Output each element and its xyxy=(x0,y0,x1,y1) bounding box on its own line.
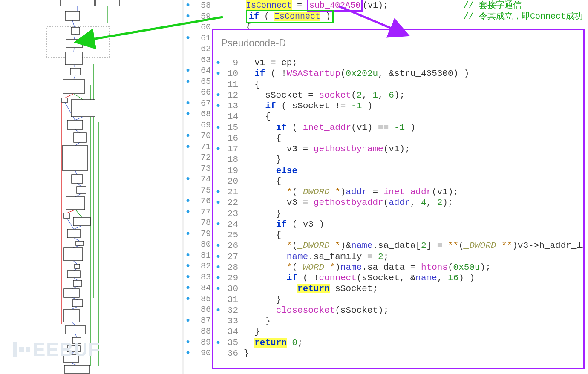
breakpoint-dot-icon[interactable]: ● xyxy=(184,315,192,326)
graph-overview[interactable]: EEBUF xyxy=(0,0,182,374)
gutter-row[interactable]: ●30 xyxy=(213,283,241,294)
breakpoint-dot-icon[interactable]: ● xyxy=(184,337,192,348)
gutter-row[interactable]: 33 xyxy=(213,316,241,326)
svg-rect-53 xyxy=(66,197,85,210)
breakpoint-dot-icon[interactable]: ● xyxy=(213,273,223,283)
pseudocode-d-window[interactable]: Pseudocode-D ●9●1011●12●1314●1516●171819… xyxy=(212,29,585,369)
code-row[interactable]: return 0; xyxy=(244,337,583,348)
code-row[interactable]: *(_DWORD *)&name.sa_data[2] = **(_DWORD … xyxy=(244,240,583,251)
code-row[interactable]: { xyxy=(244,133,583,144)
code-row[interactable]: *(_DWORD *)addr = inet_addr(v1); xyxy=(244,187,583,197)
gutter-row[interactable]: 20 xyxy=(213,176,241,187)
breakpoint-dot-icon[interactable]: ● xyxy=(184,65,192,76)
code-row[interactable]: v3 = gethostbyaddr(addr, 4, 2); xyxy=(244,197,583,208)
code-row[interactable]: v1 = cp; xyxy=(244,58,583,68)
code-row[interactable]: } xyxy=(244,154,583,165)
code-row[interactable]: if ( inet_addr(v1) == -1 ) xyxy=(244,122,583,133)
code-row[interactable]: v3 = gethostbyname(v1); xyxy=(244,144,583,154)
code-row[interactable]: } xyxy=(244,294,583,305)
breakpoint-dot-icon[interactable]: ● xyxy=(184,11,192,22)
gutter-row[interactable]: 11 xyxy=(213,79,241,90)
code-row[interactable]: if ( sSocket != -1 ) xyxy=(244,101,583,111)
breakpoint-dot-icon[interactable]: ● xyxy=(184,261,192,272)
breakpoint-dot-icon[interactable]: ● xyxy=(184,207,192,218)
code-row[interactable]: if ( !WSAStartup(0x202u, &stru_435300) ) xyxy=(244,68,583,79)
gutter-row[interactable]: ●35 xyxy=(213,337,241,348)
gutter-row[interactable]: ●15 xyxy=(213,122,241,133)
breakpoint-dot-icon[interactable]: ● xyxy=(184,130,192,141)
code-row[interactable]: closesocket(sSocket); xyxy=(244,305,583,316)
code-row[interactable]: { xyxy=(244,79,583,90)
gutter-row[interactable]: 19 xyxy=(213,165,241,176)
gutter-row[interactable]: ●17 xyxy=(213,144,241,154)
code-row[interactable]: sSocket = socket(2, 1, 6); xyxy=(244,90,583,101)
breakpoint-dot-icon[interactable]: ● xyxy=(213,219,223,230)
breakpoint-dot-icon[interactable]: ● xyxy=(213,251,223,262)
code-row[interactable]: { xyxy=(244,176,583,187)
breakpoint-dot-icon[interactable]: ● xyxy=(213,122,223,133)
gutter-row[interactable]: 31 xyxy=(213,294,241,305)
breakpoint-dot-icon[interactable]: ● xyxy=(184,196,192,207)
breakpoint-dot-icon[interactable]: ● xyxy=(213,68,223,79)
svg-line-21 xyxy=(67,210,75,213)
gutter-row[interactable]: ●26 xyxy=(213,240,241,251)
gutter-row[interactable]: ●27 xyxy=(213,251,241,262)
breakpoint-dot-icon[interactable]: ● xyxy=(213,262,223,273)
code-area[interactable]: v1 = cp; if ( !WSAStartup(0x202u, &stru_… xyxy=(241,56,583,368)
code-row[interactable]: else xyxy=(244,165,583,176)
breakpoint-dot-icon[interactable]: ● xyxy=(184,250,192,261)
window-titlebar[interactable]: Pseudocode-D xyxy=(213,30,583,56)
breakpoint-dot-icon[interactable]: ● xyxy=(184,98,192,109)
breakpoint-dot-icon[interactable]: ● xyxy=(213,187,223,197)
gutter-row[interactable]: ●21 xyxy=(213,187,241,197)
breakpoint-dot-icon[interactable]: ● xyxy=(184,109,192,120)
breakpoint-dot-icon[interactable]: ● xyxy=(184,282,192,293)
gutter-row[interactable]: 16 xyxy=(213,133,241,144)
code-row[interactable]: { xyxy=(244,111,583,122)
breakpoint-dot-icon[interactable]: ● xyxy=(213,90,223,101)
breakpoint-dot-icon[interactable]: ● xyxy=(184,272,192,283)
code-row[interactable]: } xyxy=(244,316,583,326)
gutter-row[interactable]: ●32 xyxy=(213,305,241,316)
gutter-row[interactable]: ●22 xyxy=(213,197,241,208)
gutter-row[interactable]: 23 xyxy=(213,208,241,219)
gutter-row[interactable]: ●9 xyxy=(213,58,241,68)
gutter-row[interactable]: ●24 xyxy=(213,219,241,230)
code-row[interactable]: } xyxy=(244,348,583,359)
breakpoint-dot-icon[interactable]: ● xyxy=(184,141,192,152)
code-row[interactable]: { xyxy=(244,230,583,240)
breakpoint-dot-icon[interactable]: ● xyxy=(213,101,223,111)
breakpoint-dot-icon[interactable]: ● xyxy=(184,76,192,87)
code-row[interactable]: *(_WORD *)name.sa_data = htons(0x50u); xyxy=(244,262,583,273)
gutter-row[interactable]: ●13 xyxy=(213,101,241,111)
breakpoint-dot-icon[interactable]: ● xyxy=(213,58,223,68)
breakpoint-dot-icon[interactable]: ● xyxy=(213,337,223,348)
breakpoint-dot-icon[interactable]: ● xyxy=(213,197,223,208)
breakpoint-dot-icon[interactable]: ● xyxy=(184,174,192,185)
breakpoint-dot-icon[interactable]: ● xyxy=(213,305,223,316)
code-row[interactable]: return sSocket; xyxy=(244,283,583,294)
breakpoint-dot-icon[interactable]: ● xyxy=(213,144,223,154)
gutter-row[interactable]: 34 xyxy=(213,326,241,337)
breakpoint-dot-icon[interactable]: ● xyxy=(213,240,223,251)
code-row[interactable]: if ( !connect(sSocket, &name, 16) ) xyxy=(244,273,583,283)
breakpoint-dot-icon[interactable]: ● xyxy=(184,33,192,44)
code-row[interactable]: if ( v3 ) xyxy=(244,219,583,230)
breakpoint-dot-icon[interactable]: ● xyxy=(184,348,192,359)
gutter-row[interactable]: ●12 xyxy=(213,90,241,101)
code-row[interactable]: } xyxy=(244,326,583,337)
code-row[interactable]: name.sa_family = 2; xyxy=(244,251,583,262)
gutter-row[interactable]: 36 xyxy=(213,348,241,359)
breakpoint-dot-icon[interactable]: ● xyxy=(184,228,192,239)
gutter-row[interactable]: 18 xyxy=(213,154,241,165)
gutter-row[interactable]: ●10 xyxy=(213,68,241,79)
code-row[interactable]: } xyxy=(244,208,583,219)
gutter-row[interactable]: ●29 xyxy=(213,273,241,283)
breakpoint-dot-icon[interactable]: ● xyxy=(184,293,192,305)
gutter-row[interactable]: 25 xyxy=(213,230,241,240)
breakpoint-dot-icon[interactable]: ● xyxy=(184,0,192,11)
gutter-row[interactable]: ●28 xyxy=(213,262,241,273)
breakpoint-dot-icon[interactable]: ● xyxy=(213,283,223,294)
line-number-gutter[interactable]: ●9●1011●12●1314●1516●17181920●21●2223●24… xyxy=(213,56,241,368)
gutter-row[interactable]: 14 xyxy=(213,111,241,122)
